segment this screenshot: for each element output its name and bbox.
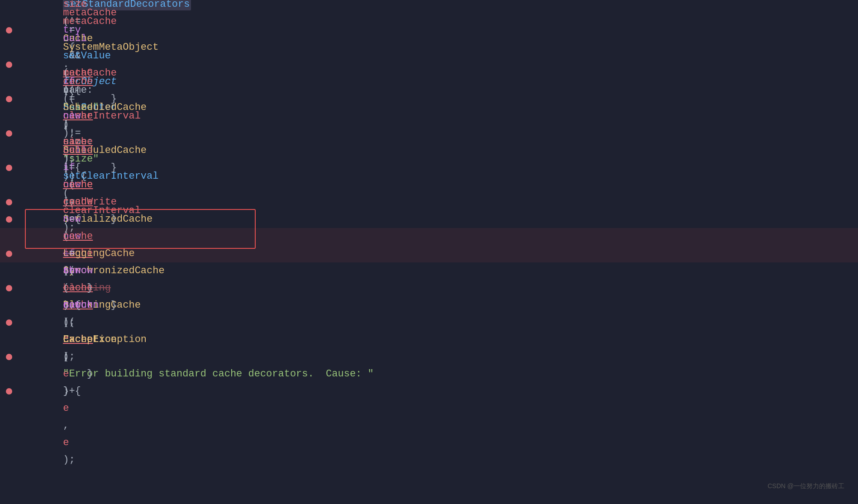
- gutter-13: [0, 216, 18, 223]
- gutter-23: [0, 388, 18, 395]
- gutter-6: [0, 96, 18, 102]
- gutter-21: [0, 354, 18, 360]
- breakpoint-21: [6, 354, 12, 360]
- breakpoint-12: [6, 199, 12, 205]
- breakpoint-10: [6, 165, 12, 171]
- breakpoint-4: [6, 62, 12, 68]
- gutter-10: [0, 165, 18, 171]
- breakpoint-19: [6, 319, 12, 326]
- code-editor: private Cache setStandardDecorators ( Ca…: [0, 0, 858, 504]
- gutter-17: [0, 285, 18, 291]
- line-content-23: }: [18, 366, 858, 417]
- breakpoint-2: [6, 27, 12, 33]
- code-line-23: }: [0, 383, 858, 400]
- breakpoint-23: [6, 388, 12, 395]
- gutter-2: [0, 27, 18, 33]
- breakpoint-15: [6, 251, 12, 257]
- gutter-8: [0, 130, 18, 137]
- breakpoint-8: [6, 130, 12, 137]
- gutter-15: [0, 251, 18, 257]
- watermark: CSDN @一位努力的搬砖工: [767, 482, 844, 490]
- gutter-19: [0, 319, 18, 326]
- breakpoint-6: [6, 96, 12, 102]
- breakpoint-17: [6, 285, 12, 291]
- breakpoint-13: [6, 216, 12, 223]
- gutter-12: [0, 199, 18, 205]
- gutter-4: [0, 62, 18, 68]
